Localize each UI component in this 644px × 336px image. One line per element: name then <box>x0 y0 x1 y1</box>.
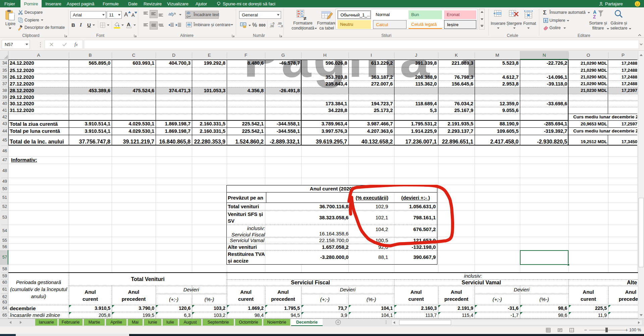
svg-text:≠: ≠ <box>304 15 307 20</box>
